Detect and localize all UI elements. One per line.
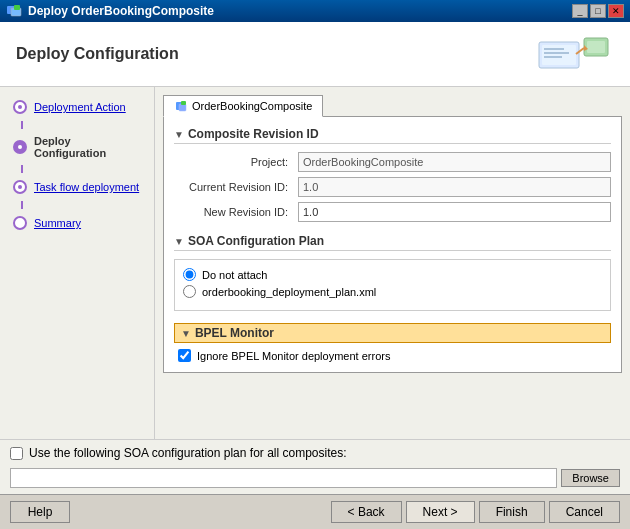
svg-point-12 (18, 145, 22, 149)
sidebar-item-summary[interactable]: Summary (8, 213, 146, 233)
sidebar-item-task-flow[interactable]: Task flow deployment (8, 177, 146, 197)
current-revision-label: Current Revision ID: (174, 181, 294, 193)
soa-collapse-icon[interactable]: ▼ (174, 236, 184, 247)
footer: Help < Back Next > Finish Cancel (0, 494, 630, 529)
bpel-monitor-section: ▼ BPEL Monitor Ignore BPEL Monitor deplo… (174, 323, 611, 362)
step3-icon (12, 179, 28, 195)
bpel-collapse-icon[interactable]: ▼ (181, 328, 191, 339)
radio-plan-file-label: orderbooking_deployment_plan.xml (202, 286, 376, 298)
tab-icon (174, 99, 188, 113)
composite-revision-section: ▼ Composite Revision ID Project: Current… (174, 127, 611, 222)
soa-config-header: ▼ SOA Configuration Plan (174, 234, 611, 251)
radio-plan-file-row: orderbooking_deployment_plan.xml (183, 285, 602, 298)
composite-revision-title: Composite Revision ID (188, 127, 319, 141)
soa-config-section: ▼ SOA Configuration Plan Do not attach o… (174, 234, 611, 311)
soa-global-checkbox[interactable] (10, 447, 23, 460)
bottom-area: Use the following SOA configuration plan… (0, 439, 630, 494)
finish-button[interactable]: Finish (479, 501, 545, 523)
next-button[interactable]: Next > (406, 501, 475, 523)
browse-button[interactable]: Browse (561, 469, 620, 487)
composite-revision-header: ▼ Composite Revision ID (174, 127, 611, 144)
radio-do-not-attach[interactable] (183, 268, 196, 281)
svg-point-11 (18, 105, 22, 109)
radio-do-not-attach-row: Do not attach (183, 268, 602, 281)
svg-rect-16 (179, 104, 186, 111)
sidebar-item-deploy-configuration[interactable]: Deploy Configuration (8, 133, 146, 161)
svg-point-14 (18, 221, 22, 225)
sidebar-item-deployment-action[interactable]: Deployment Action (8, 97, 146, 117)
page-header: Deploy Configuration (0, 22, 630, 87)
title-bar: Deploy OrderBookingComposite _ □ ✕ (0, 0, 630, 22)
step4-icon (12, 215, 28, 231)
svg-rect-17 (181, 101, 186, 105)
svg-rect-2 (14, 5, 20, 10)
tab-label: OrderBookingComposite (192, 100, 312, 112)
new-revision-row: New Revision ID: (174, 202, 611, 222)
minimize-button[interactable]: _ (572, 4, 588, 18)
svg-rect-6 (544, 52, 569, 54)
project-label: Project: (174, 156, 294, 168)
radio-do-not-attach-label: Do not attach (202, 269, 267, 281)
tab-orderbookingcomposite[interactable]: OrderBookingComposite (163, 95, 323, 117)
new-revision-input[interactable] (298, 202, 611, 222)
tab-content: ▼ Composite Revision ID Project: Current… (163, 116, 622, 373)
bpel-monitor-header: ▼ BPEL Monitor (174, 323, 611, 343)
soa-global-label: Use the following SOA configuration plan… (29, 446, 347, 460)
svg-rect-9 (587, 41, 605, 53)
soa-config-box: Do not attach orderbooking_deployment_pl… (174, 259, 611, 311)
help-button[interactable]: Help (10, 501, 70, 523)
sidebar: Deployment Action Deploy Configuration (0, 87, 155, 439)
bpel-monitor-label: Ignore BPEL Monitor deployment errors (197, 350, 390, 362)
step1-icon (12, 99, 28, 115)
soa-global-input[interactable] (10, 468, 557, 488)
radio-plan-file[interactable] (183, 285, 196, 298)
title-bar-text: Deploy OrderBookingComposite (28, 4, 214, 18)
collapse-icon[interactable]: ▼ (174, 129, 184, 140)
svg-point-13 (18, 185, 22, 189)
app-icon (6, 3, 22, 19)
soa-config-title: SOA Configuration Plan (188, 234, 324, 248)
page-title: Deploy Configuration (16, 45, 179, 63)
header-graphic (534, 34, 614, 74)
tab-bar: OrderBookingComposite (163, 95, 622, 116)
bpel-monitor-title: BPEL Monitor (195, 326, 274, 340)
project-input[interactable] (298, 152, 611, 172)
back-button[interactable]: < Back (331, 501, 402, 523)
bpel-checkbox-row: Ignore BPEL Monitor deployment errors (178, 349, 611, 362)
project-row: Project: (174, 152, 611, 172)
maximize-button[interactable]: □ (590, 4, 606, 18)
bpel-monitor-checkbox[interactable] (178, 349, 191, 362)
current-revision-row: Current Revision ID: (174, 177, 611, 197)
close-button[interactable]: ✕ (608, 4, 624, 18)
soa-global-row: Use the following SOA configuration plan… (10, 446, 620, 460)
current-revision-input[interactable] (298, 177, 611, 197)
new-revision-label: New Revision ID: (174, 206, 294, 218)
svg-rect-7 (544, 56, 562, 58)
main-panel: OrderBookingComposite ▼ Composite Revisi… (155, 87, 630, 439)
svg-rect-5 (544, 48, 564, 50)
cancel-button[interactable]: Cancel (549, 501, 620, 523)
step2-icon (12, 139, 28, 155)
